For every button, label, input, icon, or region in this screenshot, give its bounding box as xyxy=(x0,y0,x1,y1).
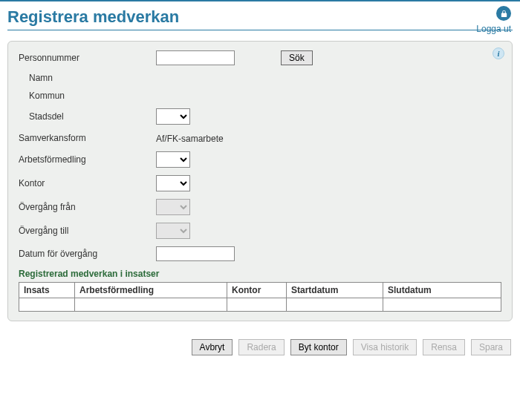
datum-overgang-label: Datum för övergång xyxy=(19,249,156,259)
sok-button[interactable]: Sök xyxy=(281,50,313,65)
col-kontor: Kontor xyxy=(227,283,287,298)
cell-arbetsformedling xyxy=(75,298,227,312)
arbetsformedling-label: Arbetsförmedling xyxy=(19,154,156,165)
personnummer-input[interactable] xyxy=(156,50,235,65)
arbetsformedling-select[interactable] xyxy=(156,151,190,168)
col-slutdatum: Slutdatum xyxy=(383,283,501,298)
radera-button: Radera xyxy=(238,339,284,355)
samverkansform-value: Af/FK-samarbete xyxy=(156,132,224,144)
col-insats: Insats xyxy=(19,283,75,298)
spara-button: Spara xyxy=(471,339,511,355)
avbryt-button[interactable]: Avbryt xyxy=(192,339,233,355)
byt-kontor-button[interactable]: Byt kontor xyxy=(290,339,347,355)
cell-slutdatum xyxy=(383,298,501,312)
logout-link[interactable]: Logga ut xyxy=(476,24,511,34)
rensa-button: Rensa xyxy=(423,339,465,355)
col-startdatum: Startdatum xyxy=(287,283,383,298)
kontor-label: Kontor xyxy=(19,178,156,188)
footer: Avbryt Radera Byt kontor Visa historik R… xyxy=(0,321,520,363)
header-divider xyxy=(7,30,513,30)
cell-kontor xyxy=(227,298,287,312)
overgang-till-select xyxy=(156,223,190,239)
insatser-table: Insats Arbetsförmedling Kontor Startdatu… xyxy=(19,282,501,312)
stadsdel-select[interactable] xyxy=(156,108,190,125)
kontor-select[interactable] xyxy=(156,175,190,191)
cell-startdatum xyxy=(287,298,383,312)
stadsdel-label: Stadsdel xyxy=(19,111,156,122)
lock-icon xyxy=(496,6,511,21)
header: Registrera medverkan Logga ut xyxy=(0,0,520,28)
cell-insats xyxy=(19,298,75,312)
samverkansform-label: Samverkansform xyxy=(19,133,156,143)
form-panel: i Personnummer Sök Namn Kommun Stadsdel … xyxy=(7,41,513,321)
kommun-label: Kommun xyxy=(19,91,156,101)
page-title: Registrera medverkan xyxy=(7,7,513,27)
overgang-till-label: Övergång till xyxy=(19,226,156,236)
table-header-row: Insats Arbetsförmedling Kontor Startdatu… xyxy=(19,283,501,298)
datum-overgang-input[interactable] xyxy=(156,246,235,261)
namn-label: Namn xyxy=(19,73,156,83)
col-arbetsformedling: Arbetsförmedling xyxy=(75,283,227,298)
info-icon[interactable]: i xyxy=(493,47,504,59)
overgang-fran-label: Övergång från xyxy=(19,202,156,212)
visa-historik-button: Visa historik xyxy=(353,339,417,355)
table-row xyxy=(19,298,501,312)
section-title: Registrerad medverkan i insatser xyxy=(19,269,501,279)
personnummer-label: Personnummer xyxy=(19,53,156,63)
overgang-fran-select xyxy=(156,199,190,215)
